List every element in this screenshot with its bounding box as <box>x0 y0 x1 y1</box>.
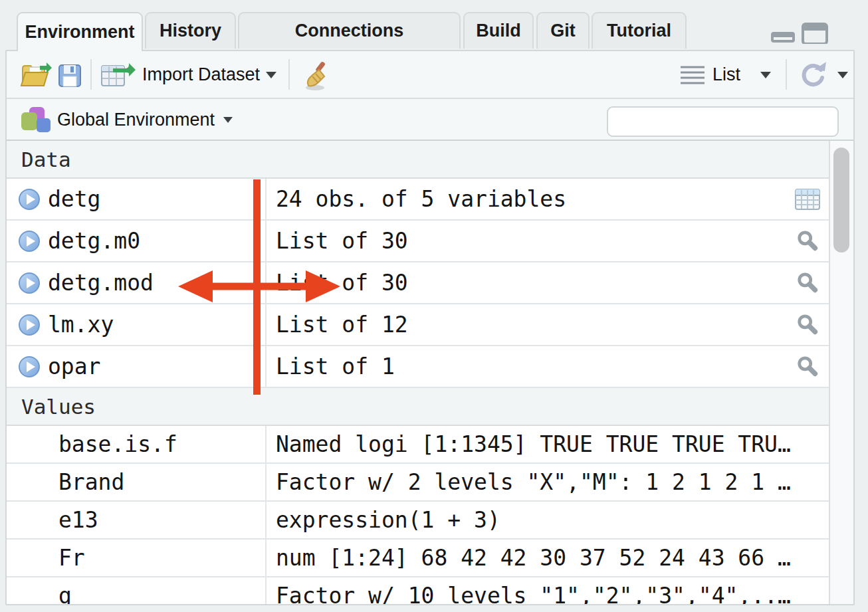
object-row-g[interactable]: g Factor w/ 10 levels "1","2","3","4",..… <box>7 577 829 605</box>
tab-history[interactable]: History <box>145 12 236 49</box>
minimize-pane-icon[interactable] <box>771 32 795 43</box>
import-table-icon <box>101 63 136 88</box>
object-row-detg-m0[interactable]: detg.m0 List of 30 <box>7 221 829 262</box>
maximize-pane-icon[interactable] <box>803 24 827 44</box>
inspect-magnifier-icon[interactable] <box>795 356 820 378</box>
section-header-data: Data <box>7 141 829 179</box>
tab-label: Build <box>476 21 521 41</box>
tab-environment[interactable]: Environment <box>17 12 143 51</box>
save-icon[interactable] <box>58 64 82 88</box>
object-value: Named logi [1:1345] TRUE TRUE TRUE TRU… <box>276 431 802 457</box>
object-value: Factor w/ 2 levels "X","M": 1 2 1 2 1 … <box>276 469 802 495</box>
environment-scope-selector[interactable]: Global Environment <box>57 99 215 141</box>
expand-arrow-icon[interactable] <box>19 272 40 294</box>
table-view-icon[interactable] <box>795 188 820 211</box>
expand-arrow-icon[interactable] <box>19 356 40 377</box>
column-divider[interactable] <box>265 179 267 219</box>
view-mode-label: List <box>712 64 740 85</box>
column-divider[interactable] <box>265 540 267 576</box>
global-environment-icon <box>20 106 52 134</box>
tab-label: Environment <box>25 22 134 43</box>
object-name: detg.m0 <box>48 228 140 254</box>
object-row-lm-xy[interactable]: lm.xy List of 12 <box>7 304 829 346</box>
environment-search-box <box>607 106 839 137</box>
environment-panel-body: Import Dataset List <box>5 50 855 605</box>
column-divider[interactable] <box>265 577 267 605</box>
object-value: List of 1 <box>276 354 802 379</box>
column-divider[interactable] <box>265 426 267 462</box>
import-dataset-caret-icon[interactable] <box>266 72 276 78</box>
object-value: List of 12 <box>276 312 802 338</box>
expand-arrow-icon[interactable] <box>19 231 40 252</box>
column-divider[interactable] <box>265 262 267 303</box>
environment-search-input[interactable] <box>623 109 848 134</box>
tab-build[interactable]: Build <box>463 12 534 49</box>
tab-label: Git <box>550 21 576 41</box>
object-name: lm.xy <box>48 312 114 338</box>
inspect-magnifier-icon[interactable] <box>795 314 820 336</box>
object-row-detg-mod[interactable]: detg.mod List of 30 <box>7 262 829 304</box>
import-dataset-button[interactable]: Import Dataset <box>142 51 260 98</box>
object-row-brand[interactable]: Brand Factor w/ 2 levels "X","M": 1 2 1 … <box>7 464 829 502</box>
object-row-e13[interactable]: e13 expression(1 + 3) <box>7 502 829 540</box>
section-header-values: Values <box>7 388 829 426</box>
object-row-opar[interactable]: opar List of 1 <box>7 346 829 388</box>
object-name: base.is.f <box>58 431 177 457</box>
tab-connections[interactable]: Connections <box>238 12 461 49</box>
view-mode-caret-icon[interactable] <box>760 72 771 78</box>
inspect-magnifier-icon[interactable] <box>795 230 820 253</box>
environment-toolbar: Import Dataset List <box>7 51 853 99</box>
section-title: Data <box>21 148 71 171</box>
tab-label: Connections <box>295 21 404 41</box>
scope-caret-icon[interactable] <box>223 117 233 123</box>
object-value: 24 obs. of 5 variables <box>276 186 802 212</box>
object-value: List of 30 <box>276 228 802 254</box>
refresh-icon[interactable] <box>799 61 827 89</box>
list-lines-icon <box>681 64 705 86</box>
pane-tab-bar: Environment History Connections Build Gi… <box>5 5 855 50</box>
environment-scope-label: Global Environment <box>57 110 215 130</box>
object-name: g <box>58 583 72 605</box>
object-name: e13 <box>58 507 98 533</box>
object-row-detg[interactable]: detg 24 obs. of 5 variables <box>7 179 829 221</box>
import-dataset-label: Import Dataset <box>142 64 260 85</box>
object-name: detg.mod <box>48 270 154 296</box>
tab-tutorial[interactable]: Tutorial <box>592 12 687 49</box>
window-controls <box>770 23 829 44</box>
refresh-caret-icon[interactable] <box>837 72 848 78</box>
environment-pane: Environment History Connections Build Gi… <box>5 5 855 605</box>
vertical-scrollbar[interactable] <box>829 141 853 604</box>
expand-arrow-icon[interactable] <box>19 189 40 210</box>
environment-scope-bar: Global Environment <box>7 99 853 141</box>
object-row-base-is-f[interactable]: base.is.f Named logi [1:1345] TRUE TRUE … <box>7 426 829 464</box>
broom-icon[interactable] <box>299 60 330 91</box>
view-mode-button[interactable]: List <box>712 51 740 98</box>
object-name: opar <box>48 354 100 379</box>
object-name: detg <box>48 186 100 212</box>
object-list: Data detg 24 obs. of 5 variables <box>7 141 829 604</box>
section-title: Values <box>21 395 96 419</box>
object-row-fr[interactable]: Fr num [1:24] 68 42 42 30 37 52 24 43 66… <box>7 540 829 577</box>
object-value: Factor w/ 10 levels "1","2","3","4",..… <box>276 583 802 605</box>
expand-arrow-icon[interactable] <box>19 314 40 336</box>
object-value: num [1:24] 68 42 42 30 37 52 24 43 66 … <box>276 545 802 571</box>
object-name: Fr <box>58 545 85 571</box>
inspect-magnifier-icon[interactable] <box>795 272 820 294</box>
open-folder-icon[interactable] <box>20 62 52 88</box>
column-divider[interactable] <box>265 502 267 538</box>
column-divider[interactable] <box>265 304 267 345</box>
tab-label: Tutorial <box>607 21 671 41</box>
object-value: expression(1 + 3) <box>276 507 802 533</box>
scrollbar-thumb[interactable] <box>833 148 849 253</box>
tab-git[interactable]: Git <box>536 12 590 49</box>
column-divider[interactable] <box>265 464 267 500</box>
column-divider[interactable] <box>265 221 267 261</box>
tab-label: History <box>160 21 221 41</box>
object-name: Brand <box>58 469 124 495</box>
column-divider[interactable] <box>265 346 267 387</box>
object-value: List of 30 <box>276 270 802 296</box>
